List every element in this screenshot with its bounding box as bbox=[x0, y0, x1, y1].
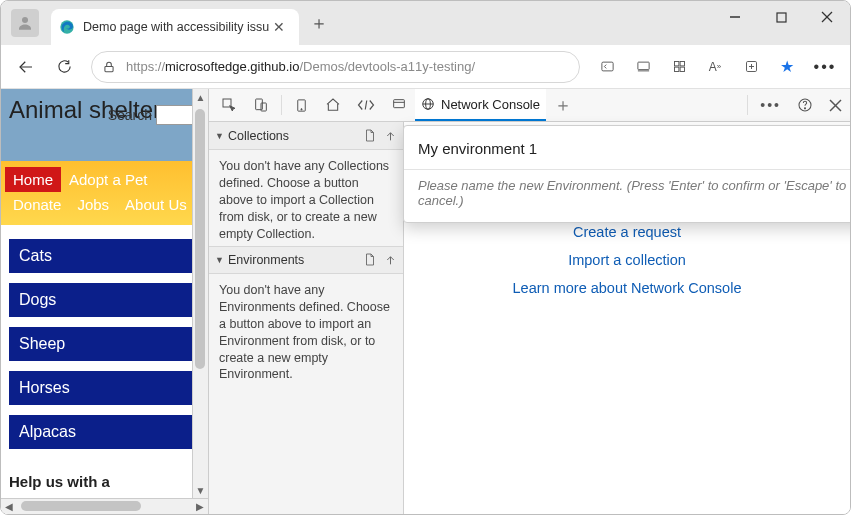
edge-favicon bbox=[59, 19, 75, 35]
import-collection-link[interactable]: Import a collection bbox=[568, 246, 686, 274]
tab-title: Demo page with accessibility issu bbox=[83, 20, 269, 34]
search-label: Search bbox=[108, 107, 152, 123]
nav-home[interactable]: Home bbox=[5, 167, 61, 192]
scroll-down-arrow-icon[interactable]: ▼ bbox=[193, 482, 208, 498]
nav-adopt[interactable]: Adopt a Pet bbox=[61, 167, 155, 192]
refresh-button[interactable] bbox=[47, 51, 81, 83]
help-heading: Help us with a bbox=[1, 463, 208, 490]
svg-rect-13 bbox=[674, 67, 678, 71]
vertical-scrollbar[interactable]: ▲ ▼ bbox=[192, 89, 208, 498]
browser-tab[interactable]: Demo page with accessibility issu ✕ bbox=[51, 9, 299, 45]
scroll-right-arrow-icon[interactable]: ▶ bbox=[192, 499, 208, 514]
svg-rect-11 bbox=[674, 62, 678, 66]
svg-point-30 bbox=[804, 108, 805, 109]
animal-item[interactable]: Alpacas bbox=[9, 415, 200, 449]
svg-rect-9 bbox=[637, 62, 648, 70]
horizontal-scrollbar[interactable]: ◀ ▶ bbox=[1, 498, 208, 514]
environment-name-popup: My environment 1 Please name the new Env… bbox=[403, 125, 851, 223]
url-input[interactable]: https:// microsoftedge.github.io /Demos/… bbox=[91, 51, 580, 83]
collections-header[interactable]: ▼ Collections bbox=[209, 122, 403, 150]
window-maximize-button[interactable] bbox=[758, 1, 804, 33]
devtools-tabstrip: Network Console ＋ ••• bbox=[209, 89, 850, 122]
animal-item[interactable]: Sheep bbox=[9, 327, 200, 361]
inspect-element-icon[interactable] bbox=[213, 89, 245, 121]
site-header: Animal shelter Search bbox=[1, 89, 208, 161]
globe-icon bbox=[421, 97, 435, 111]
svg-point-0 bbox=[22, 17, 28, 23]
device-emulation-icon[interactable] bbox=[245, 89, 277, 121]
chevron-down-icon: ▼ bbox=[215, 131, 224, 141]
url-host: microsoftedge.github.io bbox=[165, 59, 299, 74]
environments-label: Environments bbox=[228, 253, 304, 267]
scroll-left-arrow-icon[interactable]: ◀ bbox=[1, 499, 17, 514]
main-nav: Home Adopt a Pet Donate Jobs About Us bbox=[1, 161, 208, 225]
settings-menu-button[interactable]: ••• bbox=[808, 51, 842, 83]
devtools-panel: Network Console ＋ ••• ▼ Collections bbox=[209, 89, 850, 514]
learn-more-link[interactable]: Learn more about Network Console bbox=[513, 274, 742, 302]
window-minimize-button[interactable] bbox=[712, 1, 758, 33]
svg-rect-14 bbox=[680, 67, 684, 71]
scroll-thumb[interactable] bbox=[21, 501, 141, 511]
url-scheme: https:// bbox=[126, 59, 165, 74]
environments-header[interactable]: ▼ Environments bbox=[209, 246, 403, 274]
window-titlebar: Demo page with accessibility issu ✕ ＋ bbox=[1, 1, 850, 45]
nav-jobs[interactable]: Jobs bbox=[69, 192, 117, 217]
collections-label: Collections bbox=[228, 129, 289, 143]
extensions-icon[interactable] bbox=[662, 51, 696, 83]
address-bar: https:// microsoftedge.github.io /Demos/… bbox=[1, 45, 850, 89]
svg-point-22 bbox=[301, 108, 302, 109]
svg-rect-8 bbox=[601, 62, 612, 71]
window-close-button[interactable] bbox=[804, 1, 850, 33]
back-button[interactable] bbox=[9, 51, 43, 83]
collections-empty-text: You don't have any Collections defined. … bbox=[209, 150, 403, 246]
animal-item[interactable]: Horses bbox=[9, 371, 200, 405]
devtools-sidebar: ▼ Collections You don't have any Collect… bbox=[209, 122, 404, 514]
animal-list: Cats Dogs Sheep Horses Alpacas bbox=[1, 225, 208, 463]
svg-line-23 bbox=[365, 101, 367, 110]
lock-icon bbox=[102, 60, 116, 74]
svg-rect-12 bbox=[680, 62, 684, 66]
tab-network-icon[interactable] bbox=[383, 89, 415, 121]
animal-item[interactable]: Dogs bbox=[9, 283, 200, 317]
svg-rect-7 bbox=[105, 66, 113, 71]
devtools-close-icon[interactable] bbox=[821, 89, 850, 121]
read-aloud-icon[interactable]: A» bbox=[698, 51, 732, 83]
import-file-icon[interactable] bbox=[363, 129, 376, 143]
tab-welcome-icon[interactable] bbox=[286, 89, 317, 121]
tab-elements-icon[interactable] bbox=[317, 89, 349, 121]
environment-name-input[interactable]: My environment 1 bbox=[418, 136, 851, 167]
help-icon[interactable] bbox=[789, 89, 821, 121]
screen-icon[interactable] bbox=[626, 51, 660, 83]
favorite-star-icon[interactable]: ★ bbox=[770, 51, 804, 83]
profile-avatar[interactable] bbox=[11, 9, 39, 37]
svg-rect-24 bbox=[394, 100, 405, 108]
tab-network-console[interactable]: Network Console bbox=[415, 89, 546, 121]
animal-item[interactable]: Cats bbox=[9, 239, 200, 273]
nav-donate[interactable]: Donate bbox=[5, 192, 69, 217]
environment-name-hint: Please name the new Environment. (Press … bbox=[418, 178, 851, 208]
new-tab-button[interactable]: ＋ bbox=[303, 11, 335, 35]
new-collection-icon[interactable] bbox=[384, 129, 397, 143]
environments-empty-text: You don't have any Environments defined.… bbox=[209, 274, 403, 391]
chevron-down-icon: ▼ bbox=[215, 255, 224, 265]
nav-about[interactable]: About Us bbox=[117, 192, 195, 217]
scroll-thumb[interactable] bbox=[195, 109, 205, 369]
add-tab-button[interactable]: ＋ bbox=[546, 89, 580, 121]
scroll-up-arrow-icon[interactable]: ▲ bbox=[193, 89, 208, 105]
collections-icon[interactable] bbox=[734, 51, 768, 83]
network-console-main: Create a request Import a collection Lea… bbox=[404, 122, 850, 514]
url-path: /Demos/devtools-a11y-testing/ bbox=[299, 59, 475, 74]
import-file-icon[interactable] bbox=[363, 253, 376, 267]
tab-sources-icon[interactable] bbox=[349, 89, 383, 121]
tab-close-icon[interactable]: ✕ bbox=[269, 19, 289, 35]
new-environment-icon[interactable] bbox=[384, 253, 397, 267]
devtools-more-icon[interactable]: ••• bbox=[752, 89, 789, 121]
svg-rect-3 bbox=[777, 13, 786, 22]
page-viewport: Animal shelter Search Home Adopt a Pet D… bbox=[1, 89, 209, 514]
enter-immersive-icon[interactable] bbox=[590, 51, 624, 83]
tab-network-console-label: Network Console bbox=[441, 97, 540, 112]
